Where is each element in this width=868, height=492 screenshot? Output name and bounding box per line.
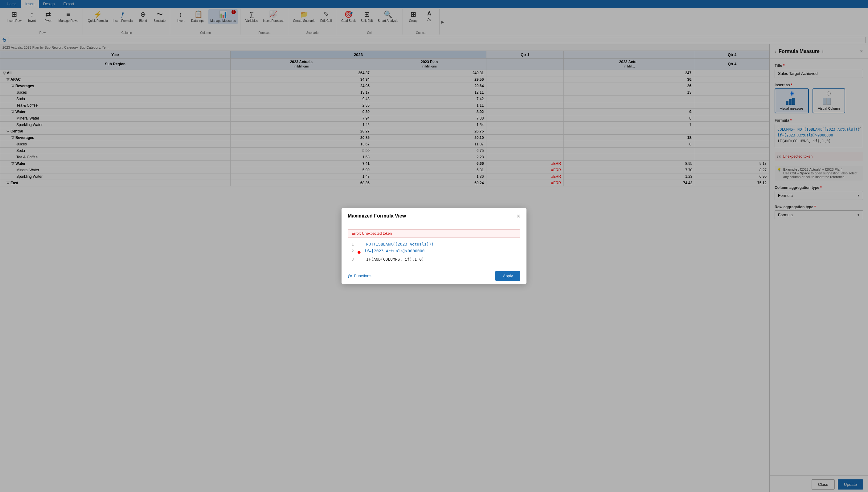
functions-link[interactable]: ƒx Functions xyxy=(348,274,371,278)
modal-header: Maximized Formula View × xyxy=(341,208,527,224)
line3-error-placeholder xyxy=(358,256,362,263)
modal-body: Error: Unexpected token 1 NOT(ISBLANK([2… xyxy=(341,224,527,268)
fx-functions-icon: ƒx xyxy=(348,274,352,278)
modal: Maximized Formula View × Error: Unexpect… xyxy=(341,208,527,284)
modal-close-button[interactable]: × xyxy=(516,213,520,220)
line1-error-placeholder xyxy=(358,241,362,248)
modal-error-banner: Error: Unexpected token xyxy=(348,229,520,238)
modal-footer: ƒx Functions Apply xyxy=(341,268,527,284)
apply-button[interactable]: Apply xyxy=(495,271,520,281)
modal-overlay[interactable]: Maximized Formula View × Error: Unexpect… xyxy=(0,0,868,492)
modal-title: Maximized Formula View xyxy=(348,213,406,219)
modal-code-line-1: 1 NOT(ISBLANK([2023 Actuals])) xyxy=(348,241,520,248)
modal-code-area[interactable]: 1 NOT(ISBLANK([2023 Actuals])) 2 ● if=[2… xyxy=(348,241,520,263)
modal-code-line-2: 2 ● if=[2023 Actuals]>9000000 xyxy=(348,248,520,256)
line2-error-dot: ● xyxy=(358,248,361,256)
modal-code-line-3: 3 IF(AND(COLUMNS, if),1,0) xyxy=(348,256,520,263)
